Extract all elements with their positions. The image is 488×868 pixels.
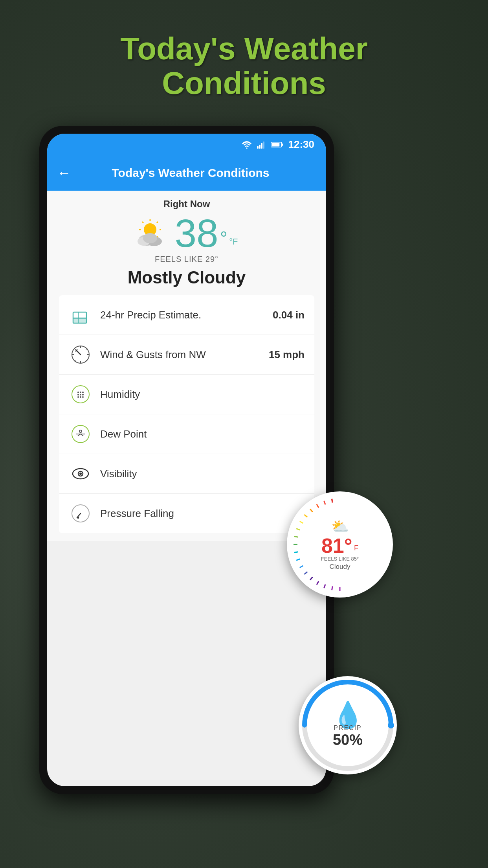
- precip-label: PRECIP: [332, 725, 364, 732]
- svg-point-51: [79, 473, 82, 475]
- svg-line-67: [300, 521, 303, 523]
- phone-frame: 12:30 ← Today's Weather Conditions Right…: [39, 126, 334, 794]
- battery-icon: [271, 141, 284, 148]
- feels-like: FEELS LIKE 29°: [59, 255, 314, 264]
- svg-point-37: [82, 392, 84, 393]
- svg-point-35: [77, 392, 79, 393]
- svg-rect-3: [261, 143, 262, 149]
- svg-rect-7: [272, 143, 279, 146]
- dewpoint-label: Dew Point: [100, 428, 297, 440]
- svg-line-65: [294, 537, 298, 537]
- svg-rect-6: [281, 143, 283, 145]
- gauge-temp-unit: F: [354, 544, 358, 552]
- svg-point-48: [79, 430, 82, 432]
- svg-point-39: [80, 394, 81, 395]
- app-bar: ← Today's Weather Conditions: [47, 155, 326, 191]
- svg-point-75: [388, 722, 394, 728]
- weather-details: 24-hr Precip Estimate. 0.04 in: [59, 295, 314, 533]
- svg-line-72: [332, 499, 333, 503]
- svg-line-13: [142, 222, 143, 223]
- detail-row-humidity: Humidity: [59, 375, 314, 414]
- gauge-weather-icon: ⛅: [321, 518, 359, 535]
- svg-line-60: [305, 572, 308, 574]
- pressure-label: Pressure Falling: [100, 508, 297, 520]
- detail-row-dewpoint: Dew Point: [59, 414, 314, 454]
- svg-point-36: [80, 392, 81, 393]
- precip-value: 0.04 in: [273, 309, 305, 321]
- svg-line-62: [296, 559, 300, 560]
- svg-line-58: [317, 581, 319, 585]
- svg-line-68: [305, 515, 308, 517]
- app-bar-title: Today's Weather Conditions: [79, 166, 302, 180]
- gauge-condition: Cloudy: [321, 563, 359, 571]
- svg-line-71: [324, 501, 325, 504]
- wind-label: Wind & Gusts from NW: [100, 349, 261, 361]
- svg-line-61: [300, 566, 303, 568]
- temperature-display: 38° °F: [174, 213, 238, 253]
- detail-row-precip: 24-hr Precip Estimate. 0.04 in: [59, 295, 314, 335]
- temp-unit: °F: [229, 237, 238, 246]
- svg-line-63: [294, 552, 298, 553]
- right-now-label: Right Now: [59, 199, 314, 210]
- gauge-inner-content: ⛅ 81° F FEELS LIKE 85° Cloudy: [321, 518, 359, 571]
- wifi-icon: [241, 141, 252, 149]
- svg-line-10: [157, 222, 158, 223]
- gauge-feels-like: FEELS LIKE 85°: [321, 556, 359, 562]
- pressure-icon: [69, 502, 92, 525]
- temperature-value: 38: [174, 211, 218, 255]
- status-time: 12:30: [288, 138, 315, 151]
- svg-point-18: [143, 233, 157, 243]
- precip-drop-icon: 💧: [332, 702, 364, 728]
- svg-point-41: [77, 396, 79, 398]
- svg-rect-2: [259, 145, 261, 149]
- current-weather: 38° °F: [59, 213, 314, 253]
- svg-point-43: [82, 396, 84, 398]
- precip-gauge-widget: 💧 PRECIP 50%: [299, 676, 397, 774]
- svg-point-42: [80, 396, 81, 398]
- wind-icon: [69, 343, 92, 366]
- svg-line-56: [332, 586, 333, 590]
- detail-row-visibility: Visibility: [59, 454, 314, 494]
- page-title: Today's WeatherConditions: [0, 31, 488, 101]
- dewpoint-icon: [69, 422, 92, 446]
- back-button[interactable]: ←: [57, 165, 71, 181]
- main-content: Right Now: [47, 191, 326, 541]
- detail-row-wind: Wind & Gusts from NW 15 mph: [59, 335, 314, 375]
- detail-row-pressure: Pressure Falling: [59, 494, 314, 533]
- gauge-temperature: 81° F: [321, 535, 359, 556]
- svg-line-66: [296, 529, 300, 530]
- visibility-icon: [69, 462, 92, 485]
- status-icons: 12:30: [241, 138, 315, 151]
- humidity-icon: [69, 383, 92, 406]
- svg-line-59: [310, 577, 312, 580]
- svg-rect-4: [263, 142, 264, 149]
- svg-rect-1: [257, 146, 259, 149]
- degree-symbol: °: [220, 228, 227, 248]
- signal-icon: [257, 141, 266, 149]
- precip-value: 50%: [332, 732, 364, 748]
- svg-point-0: [246, 147, 247, 149]
- svg-line-69: [310, 509, 312, 512]
- svg-point-40: [82, 394, 84, 395]
- svg-line-70: [317, 504, 319, 508]
- temp-gauge-widget: ⛅ 81° F FEELS LIKE 85° Cloudy: [287, 491, 393, 598]
- condition-label: Mostly Cloudy: [59, 268, 314, 287]
- precip-icon: [69, 303, 92, 327]
- visibility-label: Visibility: [100, 468, 297, 480]
- svg-line-57: [324, 584, 325, 588]
- svg-rect-20: [73, 317, 86, 323]
- precip-label: 24-hr Precip Estimate.: [100, 309, 265, 321]
- precip-inner-content: 💧 PRECIP 50%: [332, 702, 364, 748]
- wind-value: 15 mph: [269, 349, 305, 361]
- weather-condition-icon: [135, 219, 169, 248]
- phone-screen: 12:30 ← Today's Weather Conditions Right…: [47, 134, 326, 786]
- svg-point-38: [77, 394, 79, 395]
- status-bar: 12:30: [47, 134, 326, 155]
- humidity-label: Humidity: [100, 388, 297, 401]
